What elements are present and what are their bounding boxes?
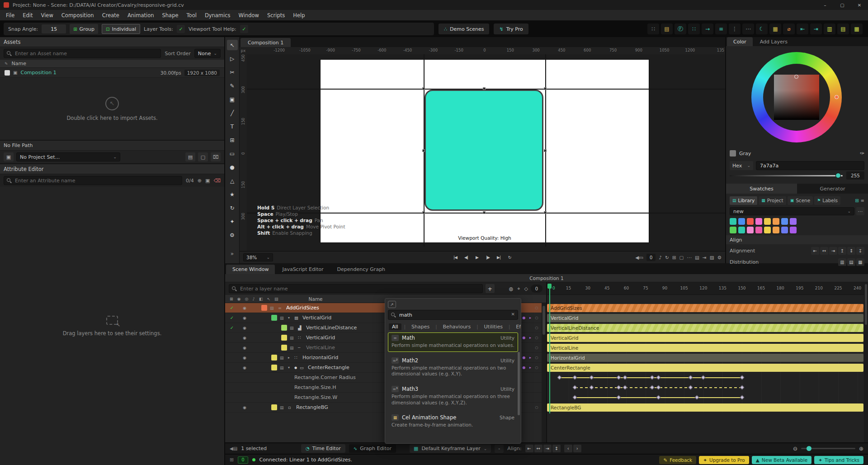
visibility-toggle-icon[interactable]: ◉ — [239, 365, 250, 370]
search-result[interactable]: =³Math3UtilityPerform simple mathematica… — [388, 384, 518, 409]
expander-icon[interactable]: ▾ — [288, 365, 294, 370]
layer-enable-checkbox[interactable]: ✓ — [225, 315, 239, 320]
align-left-icon[interactable]: ⇤ — [811, 247, 819, 255]
popup-tab-utilities[interactable]: Utilities — [481, 323, 506, 330]
popup-scrollbar[interactable] — [518, 352, 520, 415]
track-bar[interactable]: CenterRectangle — [547, 364, 863, 372]
align-keys-stretch-icon[interactable]: ↕ — [552, 445, 561, 452]
timeline-track[interactable] — [547, 373, 868, 383]
timeline-track[interactable]: AddGridSizes — [547, 303, 868, 313]
timeline-track[interactable]: VerticalLineDistance — [547, 323, 868, 333]
grid-dots-icon[interactable]: ∷ — [647, 24, 659, 34]
selection-handle[interactable] — [483, 87, 486, 90]
palette-options-icon[interactable]: ⋯ — [856, 207, 864, 215]
display-icon[interactable]: ▢ — [679, 255, 684, 260]
knife-tool-icon[interactable]: ✂ — [227, 67, 238, 77]
behaviour-arrow-icon[interactable]: ▸ — [527, 356, 533, 360]
select-column-icon[interactable]: ↖ — [267, 297, 271, 301]
keyframe-diamond[interactable] — [701, 375, 706, 380]
next-frame-button[interactable]: |▶ — [483, 253, 492, 261]
swatch-source-labels[interactable]: ⚑Labels — [814, 196, 840, 205]
collapse-icon[interactable]: ◀▤ — [230, 446, 237, 451]
layer-color-swatch[interactable] — [281, 345, 287, 351]
keyframe-diamond[interactable] — [688, 385, 693, 390]
next-keyframe-icon[interactable]: › — [573, 445, 581, 452]
visibility-toggle-icon[interactable]: ◉ — [239, 405, 250, 410]
menu-tool[interactable]: Tool — [183, 12, 201, 19]
tab-add-layers[interactable]: Add Layers — [754, 37, 794, 46]
arrow-export-icon[interactable]: → — [702, 24, 713, 34]
tab-graph-editor[interactable]: ∿ Graph Editor — [349, 444, 396, 453]
scrollbar-thumb[interactable] — [865, 284, 867, 325]
render-toggle-icon[interactable]: ○ — [533, 336, 540, 340]
timeline-ruler[interactable]: 0153045607590105120135150165180195210225… — [547, 282, 868, 295]
track-bar[interactable]: RectangleBG — [547, 403, 863, 412]
keyframe-diamond[interactable] — [695, 395, 699, 400]
selection-handle[interactable] — [422, 211, 425, 214]
keyframe-diamond[interactable] — [656, 395, 660, 400]
swatch-source-scene[interactable]: ▣Scene — [788, 196, 813, 205]
render-toggle-icon[interactable]: ○ — [533, 306, 540, 310]
align-right-icon[interactable]: ⇥ — [829, 247, 837, 255]
open-external-icon[interactable]: ↗ — [388, 301, 396, 308]
trash-icon[interactable]: ⌧ — [211, 152, 221, 161]
open-folder-icon[interactable]: ▤ — [185, 152, 195, 161]
tab-dependency-graph[interactable]: Dependency Graph — [331, 265, 392, 274]
color-swatch[interactable] — [738, 218, 745, 225]
timeline-track[interactable]: HorizontalGrid — [547, 353, 868, 363]
align-keys-center-icon[interactable]: ↔ — [534, 445, 542, 452]
color-swatch[interactable] — [764, 218, 771, 225]
alpha-slider[interactable] — [730, 175, 843, 176]
keyframe-diamond[interactable] — [740, 375, 744, 380]
moon-icon[interactable]: ☾ — [756, 24, 768, 34]
attribute-search-input[interactable] — [4, 176, 182, 185]
color-swatch[interactable] — [764, 227, 771, 233]
visibility-toggle-icon[interactable]: ◉ — [239, 346, 250, 350]
menu-file[interactable]: File — [2, 12, 19, 19]
layer-color-swatch[interactable] — [261, 305, 267, 311]
grid-status-icon[interactable]: ⊞ — [230, 457, 234, 463]
tool-strip-expand-icon[interactable]: » — [227, 248, 238, 259]
center-rectangle-shape[interactable] — [425, 90, 543, 211]
keyframe-diamond[interactable] — [590, 375, 594, 380]
layer-color-swatch[interactable] — [271, 355, 277, 361]
hex-input[interactable] — [756, 161, 864, 170]
swatch-source-project[interactable]: ▦Project — [759, 196, 786, 205]
asset-color-swatch[interactable] — [5, 70, 10, 76]
palette-select[interactable]: new ⌄ — [730, 207, 854, 215]
timeline-track[interactable]: VerticalLine — [547, 343, 868, 353]
clip-column-icon[interactable]: ▤ — [274, 297, 278, 301]
track-bar[interactable]: VerticalGrid — [547, 334, 863, 342]
camera-tool-icon[interactable]: ▣ — [227, 94, 238, 104]
tab-swatches[interactable]: Swatches — [726, 184, 797, 194]
visibility-toggle-icon[interactable]: ◉ — [239, 336, 250, 340]
workspace-panels-icon[interactable]: ▤ — [661, 24, 673, 34]
zoom-slider-handle[interactable] — [807, 446, 811, 451]
keyframe-icon[interactable]: ◇ — [524, 286, 528, 292]
color-swatch[interactable] — [790, 227, 797, 233]
render-settings-icon[interactable]: ⚙ — [717, 255, 722, 260]
layer-scrollbar[interactable] — [542, 303, 546, 442]
folder-icon[interactable]: ▣ — [4, 152, 14, 161]
visibility-toggle-icon[interactable]: ◉ — [239, 356, 250, 360]
menu-view[interactable]: View — [37, 12, 57, 19]
ellipse-tool-icon[interactable]: ● — [227, 162, 238, 172]
clear-search-icon[interactable]: ✕ — [511, 312, 515, 317]
layout-columns-icon[interactable]: ▥ — [824, 24, 835, 34]
keyframe-diamond[interactable] — [740, 385, 744, 390]
frame-badge-icon[interactable]: Ⓕ — [675, 24, 686, 34]
previous-keyframe-icon[interactable]: ‹ — [564, 445, 572, 452]
viewport-canvas[interactable]: Viewport Quality: High Hold SDirect Laye… — [247, 54, 725, 251]
render-toggle-icon[interactable]: ○ — [533, 316, 540, 320]
grid-view-icon[interactable]: ⊞ — [855, 198, 859, 203]
render-toggle-icon[interactable]: ○ — [533, 405, 540, 409]
distribute-layers-icon[interactable]: ⋮ — [729, 24, 741, 34]
behaviour-arrow-icon[interactable]: ▸ — [527, 365, 533, 370]
menu-shape[interactable]: Shape — [158, 12, 183, 19]
render-toggle-icon[interactable]: ○ — [533, 365, 540, 370]
keyframe-diamond[interactable] — [623, 375, 627, 380]
keyframe-diamond[interactable] — [656, 375, 660, 380]
track-bar[interactable]: AddGridSizes — [547, 304, 863, 312]
keyframe-diamond[interactable] — [573, 385, 577, 390]
color-swatch[interactable] — [738, 227, 745, 233]
